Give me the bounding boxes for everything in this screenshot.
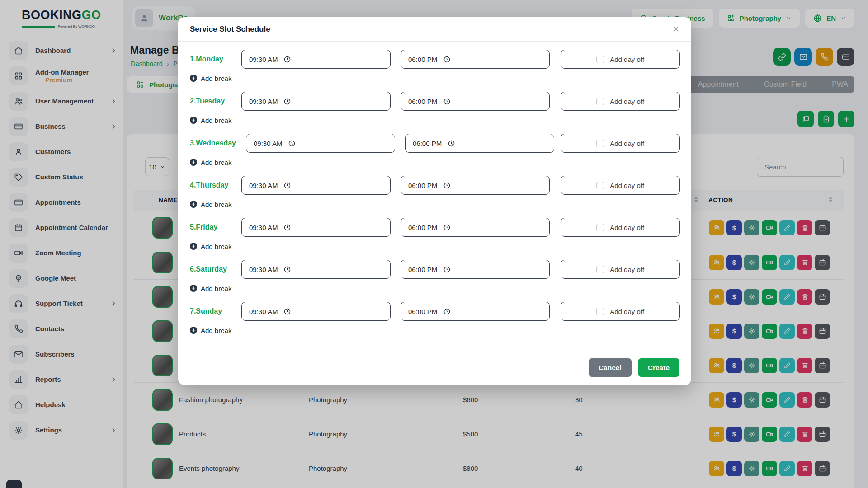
day-off-checkbox[interactable] [596, 56, 604, 63]
end-time-input[interactable]: 06:00 PM [405, 134, 554, 153]
add-day-off-field[interactable]: Add day off [561, 302, 680, 321]
clock-icon [283, 266, 291, 273]
add-day-off-field[interactable]: Add day off [561, 134, 680, 153]
day-label: 1.Monday [190, 55, 241, 63]
plus-icon: + [190, 117, 197, 124]
plus-icon: + [190, 159, 197, 166]
clock-icon [283, 98, 291, 105]
add-break-link[interactable]: + Add break [190, 284, 679, 293]
add-day-off-field[interactable]: Add day off [561, 176, 680, 195]
end-time-input[interactable]: 06:00 PM [401, 50, 550, 69]
section-divider [190, 88, 679, 88]
day-section: 3.Wednesday 09:30 AM 06:00 PM Ad [190, 134, 679, 172]
add-day-off-field[interactable]: Add day off [561, 260, 680, 279]
end-time-input[interactable]: 06:00 PM [401, 302, 550, 321]
day-off-checkbox[interactable] [596, 266, 604, 273]
modal-title: Service Slot Schedule [190, 25, 270, 34]
section-divider [190, 172, 679, 172]
add-break-link[interactable]: + Add break [190, 242, 679, 251]
day-label: 4.Thursday [190, 181, 241, 189]
section-divider [190, 256, 679, 256]
day-label: 6.Saturday [190, 265, 241, 273]
day-label: 5.Friday [190, 223, 241, 231]
end-time-input[interactable]: 06:00 PM [401, 176, 550, 195]
day-off-checkbox[interactable] [596, 308, 604, 315]
plus-icon: + [190, 327, 197, 334]
day-label: 7.Sunday [190, 307, 241, 315]
service-slot-schedule-modal: Service Slot Schedule ✕ 1.Monday 09:30 A… [178, 17, 691, 385]
clock-icon [443, 56, 451, 63]
plus-icon: + [190, 201, 197, 208]
add-day-off-field[interactable]: Add day off [561, 218, 680, 237]
plus-icon: + [190, 75, 197, 82]
close-icon[interactable]: ✕ [672, 25, 679, 33]
section-divider [190, 298, 679, 298]
day-off-checkbox[interactable] [596, 182, 604, 189]
start-time-input[interactable]: 09:30 AM [241, 260, 391, 279]
add-break-link[interactable]: + Add break [190, 116, 679, 125]
plus-icon: + [190, 243, 197, 250]
section-divider [190, 130, 679, 130]
day-section: 5.Friday 09:30 AM 06:00 PM Add d [190, 218, 679, 256]
start-time-input[interactable]: 09:30 AM [246, 134, 395, 153]
add-break-link[interactable]: + Add break [190, 74, 679, 83]
add-break-link[interactable]: + Add break [190, 158, 679, 167]
clock-icon [283, 308, 291, 315]
day-section: 7.Sunday 09:30 AM 06:00 PM Add d [190, 302, 679, 335]
clock-icon [288, 140, 296, 147]
add-break-link[interactable]: + Add break [190, 326, 679, 335]
clock-icon [443, 266, 451, 273]
start-time-input[interactable]: 09:30 AM [241, 302, 391, 321]
create-button[interactable]: Create [638, 358, 679, 377]
day-label: 2.Tuesday [190, 97, 241, 105]
end-time-input[interactable]: 06:00 PM [401, 218, 550, 237]
clock-icon [283, 224, 291, 231]
clock-icon [443, 182, 451, 189]
start-time-input[interactable]: 09:30 AM [241, 92, 391, 111]
add-day-off-field[interactable]: Add day off [561, 50, 680, 69]
start-time-input[interactable]: 09:30 AM [241, 218, 391, 237]
end-time-input[interactable]: 06:00 PM [401, 260, 550, 279]
section-divider [190, 214, 679, 214]
day-off-checkbox[interactable] [596, 140, 604, 147]
day-section: 4.Thursday 09:30 AM 06:00 PM Add [190, 176, 679, 214]
clock-icon [443, 308, 451, 315]
day-off-checkbox[interactable] [596, 98, 604, 105]
start-time-input[interactable]: 09:30 AM [241, 176, 391, 195]
clock-icon [283, 56, 291, 63]
clock-icon [448, 140, 455, 147]
end-time-input[interactable]: 06:00 PM [401, 92, 550, 111]
day-label: 3.Wednesday [190, 139, 241, 147]
cancel-button[interactable]: Cancel [589, 358, 632, 377]
clock-icon [443, 98, 451, 105]
plus-icon: + [190, 285, 197, 292]
add-day-off-field[interactable]: Add day off [561, 92, 680, 111]
day-section: 2.Tuesday 09:30 AM 06:00 PM Add [190, 92, 679, 130]
clock-icon [443, 224, 451, 231]
day-section: 6.Saturday 09:30 AM 06:00 PM Add [190, 260, 679, 298]
start-time-input[interactable]: 09:30 AM [241, 50, 391, 69]
clock-icon [283, 182, 291, 189]
add-break-link[interactable]: + Add break [190, 200, 679, 209]
day-off-checkbox[interactable] [596, 224, 604, 231]
day-section: 1.Monday 09:30 AM 06:00 PM Add d [190, 50, 679, 88]
